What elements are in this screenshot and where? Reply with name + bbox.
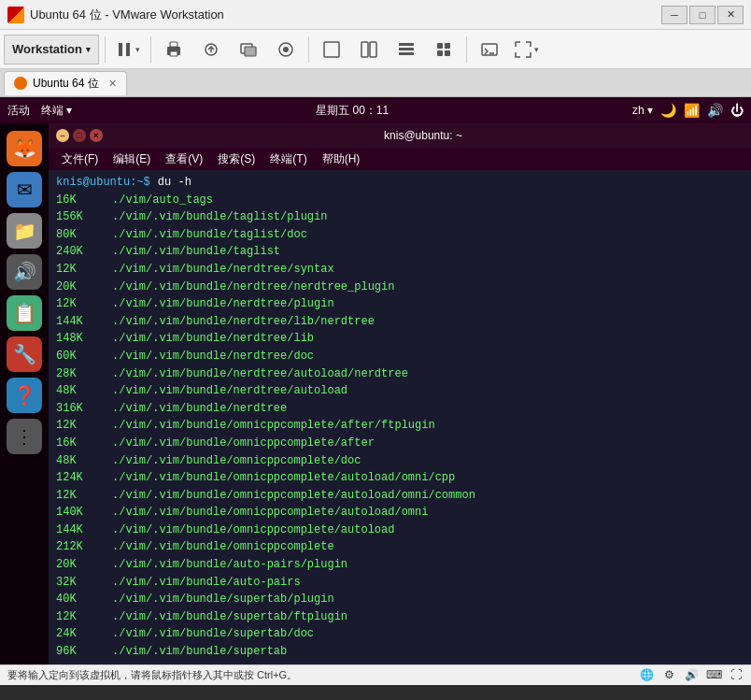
- terminal-output-line: 12K./vim/.vim/bundle/omnicppcomplete/aut…: [56, 487, 744, 505]
- terminal-command-line: knis@ubuntu:~$ du -h: [56, 174, 744, 192]
- maximize-button[interactable]: □: [689, 6, 716, 24]
- terminal-menu-edit[interactable]: 编辑(E): [107, 151, 156, 167]
- fullscreen-icon: [514, 40, 532, 59]
- svg-rect-20: [445, 50, 450, 56]
- terminal-output-line: 48K./vim/.vim/bundle/nerdtree/autoload: [56, 382, 744, 400]
- dock-apps-icon[interactable]: ⋮: [7, 419, 42, 454]
- print-button[interactable]: [157, 36, 191, 64]
- dock-firefox-icon[interactable]: 🦊: [7, 131, 42, 166]
- terminal-output-line: 80K./vim/.vim/bundle/taglist/doc: [56, 226, 744, 244]
- terminal-menu-terminal[interactable]: 终端(T): [264, 151, 312, 167]
- output-path: ./vim/.vim/bundle/taglist/plugin: [112, 208, 327, 226]
- status-bar-right: 🌐 ⚙ 🔊 ⌨ ⛶: [639, 667, 744, 682]
- dock-help-icon[interactable]: ❓: [7, 378, 42, 413]
- terminal-maximize-button[interactable]: □: [73, 129, 86, 142]
- output-size: 124K: [56, 469, 105, 487]
- power-icon[interactable]: ⏻: [730, 103, 744, 118]
- terminal-output-line: 40K./vim/.vim/bundle/supertab/plugin: [56, 591, 744, 608]
- terminal-minimize-button[interactable]: –: [56, 129, 69, 142]
- view1-icon: [322, 40, 341, 59]
- restore-button[interactable]: [194, 36, 228, 64]
- tab-close-button[interactable]: ✕: [108, 78, 117, 90]
- output-path: ./vim/.vim/bundle/nerdtree: [112, 400, 287, 418]
- terminal-output-line: 144K./vim/.vim/bundle/omnicppcomplete/au…: [56, 521, 744, 539]
- dock-notes-icon[interactable]: 📋: [7, 295, 42, 331]
- network-icon[interactable]: 📶: [684, 103, 700, 118]
- output-size: 20K: [56, 556, 105, 574]
- status-fullscreen-icon[interactable]: ⛶: [729, 667, 744, 682]
- status-keyboard-icon[interactable]: ⌨: [706, 667, 721, 682]
- close-button[interactable]: ✕: [717, 6, 744, 24]
- workstation-menu-button[interactable]: Workstation ▾: [4, 35, 99, 64]
- terminal-menu-help[interactable]: 帮助(H): [317, 151, 366, 167]
- terminal-output-line: 12K./vim/.vim/bundle/supertab/ftplugin: [56, 608, 744, 626]
- terminal-output-line: 32K./vim/.vim/bundle/auto-pairs: [56, 574, 744, 592]
- status-vm-settings-icon[interactable]: ⚙: [661, 667, 676, 682]
- ubuntu-dock: 🦊 ✉ 📁 🔊 📋 🔧 ❓ ⋮: [0, 123, 49, 664]
- terminal-menu-button[interactable]: 终端 ▾: [41, 103, 72, 119]
- output-path: ./vim/.vim/bundle/nerdtree/plugin: [112, 295, 334, 313]
- pause-dropdown-arrow: ▾: [135, 45, 140, 54]
- ubuntu-content: 🦊 ✉ 📁 🔊 📋 🔧 ❓ ⋮ – □ ✕ knis@ubuntu: ~ 文件(…: [0, 123, 751, 664]
- view2-button[interactable]: [352, 36, 386, 64]
- dock-audio-icon[interactable]: 🔊: [7, 254, 42, 290]
- pause-icon: [115, 40, 134, 59]
- view2-icon: [360, 40, 378, 59]
- terminal-output-line: 16K./vim/auto_tags: [56, 192, 744, 209]
- output-path: ./vim/.vim/bundle/auto-pairs/plugin: [112, 556, 347, 574]
- view3-icon: [397, 40, 416, 59]
- dock-settings-icon[interactable]: 🔧: [7, 336, 42, 372]
- toolbar-separator-4: [466, 36, 467, 63]
- window-title: Ubuntu 64 位 - VMware Workstation: [30, 7, 224, 23]
- svg-rect-16: [399, 52, 414, 55]
- dock-files-icon[interactable]: 📁: [7, 213, 42, 249]
- output-path: ./vim/.vim/bundle/omnicppcomplete/after: [112, 435, 375, 452]
- output-path: ./vim/auto_tags: [112, 192, 213, 209]
- output-size: 80K: [56, 226, 105, 244]
- terminal-menu-search[interactable]: 搜索(S): [212, 151, 261, 167]
- vmware-icon: [7, 7, 24, 23]
- vm-tab[interactable]: Ubuntu 64 位 ✕: [4, 71, 127, 95]
- output-path: ./vim/.vim/bundle/nerdtree/syntax: [112, 261, 334, 279]
- ubuntu-panel: 活动 终端 ▾ 星期五 00：11 zh ▾ 🌙 📶 🔊 ⏻: [0, 97, 751, 123]
- output-size: 212K: [56, 538, 105, 556]
- lang-indicator[interactable]: zh ▾: [632, 104, 653, 117]
- view3-button[interactable]: [390, 36, 423, 64]
- title-bar-controls: ─ □ ✕: [661, 6, 744, 24]
- terminal-menu-view[interactable]: 查看(V): [160, 151, 208, 167]
- console-button[interactable]: [473, 36, 506, 64]
- svg-rect-11: [324, 42, 339, 57]
- minimize-button[interactable]: ─: [661, 6, 687, 24]
- output-size: 16K: [56, 192, 105, 209]
- panel-right: zh ▾ 🌙 📶 🔊 ⏻: [632, 103, 744, 118]
- output-size: 48K: [56, 452, 105, 470]
- terminal-output-line: 20K./vim/.vim/bundle/nerdtree/nerdtree_p…: [56, 279, 744, 296]
- dock-mail-icon[interactable]: ✉: [7, 172, 42, 207]
- terminal-close-button[interactable]: ✕: [90, 129, 103, 142]
- svg-rect-18: [445, 43, 450, 49]
- activities-button[interactable]: 活动: [7, 103, 30, 119]
- pause-button[interactable]: ▾: [111, 36, 145, 64]
- output-path: ./vim/.vim/bundle/nerdtree/lib: [112, 330, 314, 348]
- volume-icon[interactable]: 🔊: [707, 103, 723, 118]
- fullscreen-button[interactable]: ▾: [510, 36, 544, 64]
- output-size: 20K: [56, 279, 105, 296]
- output-path: ./vim/.vim/bundle/taglist/doc: [112, 226, 307, 244]
- ubuntu-vm-window: 活动 终端 ▾ 星期五 00：11 zh ▾ 🌙 📶 🔊 ⏻ 🦊 ✉ 📁 🔊 📋…: [0, 97, 751, 664]
- toolbar-separator-1: [105, 36, 106, 63]
- status-network-icon[interactable]: 🌐: [639, 667, 654, 682]
- output-path: ./vim/.vim/bundle/supertab/plugin: [112, 591, 334, 608]
- output-path: ./vim/.vim/bundle/nerdtree/doc: [112, 348, 314, 365]
- output-size: 156K: [56, 208, 105, 226]
- snapshot1-button[interactable]: [232, 36, 265, 64]
- night-mode-icon[interactable]: 🌙: [660, 103, 676, 118]
- view4-button[interactable]: [427, 36, 461, 64]
- terminal-menu-file[interactable]: 文件(F): [56, 151, 104, 167]
- toolbar-separator-2: [150, 36, 151, 63]
- terminal-menubar: 文件(F) 编辑(E) 查看(V) 搜索(S) 终端(T) 帮助(H): [49, 148, 751, 170]
- status-volume-icon[interactable]: 🔊: [684, 667, 699, 682]
- view1-button[interactable]: [315, 36, 348, 64]
- snapshot2-button[interactable]: [269, 36, 303, 64]
- terminal-body[interactable]: knis@ubuntu:~$ du -h 16K./vim/auto_tags1…: [49, 170, 751, 664]
- title-bar: Ubuntu 64 位 - VMware Workstation ─ □ ✕: [0, 0, 751, 30]
